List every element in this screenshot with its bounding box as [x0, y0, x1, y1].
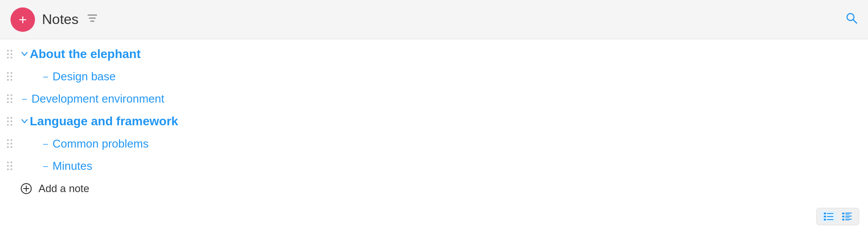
list-item[interactable]: – Common problems — [0, 133, 868, 155]
svg-rect-18 — [845, 216, 852, 217]
drag-handle-design-base — [4, 72, 16, 81]
svg-rect-19 — [845, 217, 850, 218]
svg-rect-11 — [827, 216, 833, 217]
dash-icon-common-problems: – — [40, 139, 51, 149]
dash-icon-design-base: – — [40, 72, 51, 82]
detail-view-button[interactable] — [839, 211, 855, 222]
drag-handle-development-environment — [4, 94, 16, 103]
note-title-development-environment: Development environment — [32, 92, 164, 106]
svg-point-3 — [847, 14, 854, 21]
svg-rect-13 — [827, 219, 833, 220]
list-item[interactable]: Language and framework — [0, 110, 868, 133]
svg-rect-14 — [842, 213, 844, 214]
plus-icon: + — [19, 13, 27, 27]
view-toggle — [816, 208, 859, 225]
svg-rect-1 — [89, 17, 96, 19]
svg-rect-8 — [824, 213, 826, 214]
add-button[interactable]: + — [10, 7, 35, 32]
svg-rect-16 — [845, 214, 850, 215]
svg-rect-17 — [842, 216, 844, 217]
add-note-row[interactable]: Add a note — [0, 177, 868, 200]
svg-rect-12 — [824, 219, 826, 220]
list-item[interactable]: – Development environment — [0, 88, 868, 110]
svg-rect-0 — [88, 14, 97, 16]
svg-rect-2 — [90, 21, 94, 22]
header-left: + Notes — [10, 7, 97, 32]
notes-list: About the elephant – Design base — [0, 39, 868, 234]
note-title-language-and-framework: Language and framework — [30, 114, 178, 128]
svg-rect-10 — [824, 216, 826, 217]
page-title: Notes — [42, 11, 79, 28]
expand-icon-about-the-elephant[interactable] — [19, 52, 30, 56]
svg-rect-20 — [842, 219, 844, 220]
sort-icon[interactable] — [88, 14, 97, 24]
expand-icon-language-and-framework[interactable] — [19, 119, 30, 124]
note-title-common-problems: Common problems — [52, 137, 149, 151]
drag-handle-common-problems — [4, 139, 16, 148]
add-note-icon — [19, 183, 33, 194]
note-title-about-the-elephant: About the elephant — [30, 47, 141, 61]
dash-icon-minutes: – — [40, 161, 51, 171]
svg-line-4 — [854, 20, 857, 24]
list-item[interactable]: About the elephant — [0, 43, 868, 65]
svg-rect-9 — [827, 213, 833, 214]
note-title-minutes: Minutes — [52, 159, 92, 173]
app-container: + Notes — [0, 0, 868, 234]
search-button[interactable] — [845, 12, 858, 27]
drag-handle-minutes — [4, 162, 16, 171]
drag-handle-about-the-elephant — [4, 50, 16, 59]
list-item[interactable]: – Design base — [0, 65, 868, 88]
add-note-label: Add a note — [38, 182, 89, 195]
header: + Notes — [0, 0, 868, 39]
svg-rect-21 — [845, 219, 852, 220]
svg-rect-22 — [845, 220, 850, 220]
list-item[interactable]: – Minutes — [0, 155, 868, 177]
note-title-design-base: Design base — [52, 70, 116, 83]
svg-rect-15 — [845, 213, 852, 213]
dash-icon-development-environment: – — [19, 94, 30, 104]
list-view-button[interactable] — [820, 211, 837, 222]
drag-handle-language-and-framework — [4, 117, 16, 126]
